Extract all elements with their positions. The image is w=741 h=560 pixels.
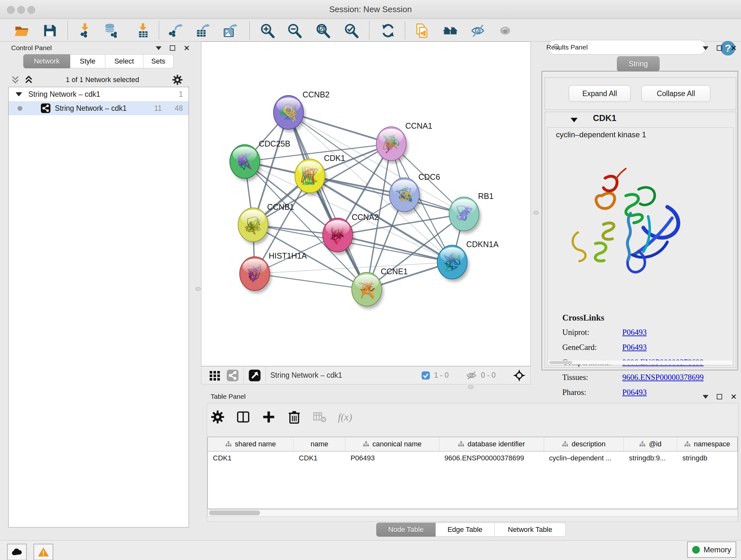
table-panel-close-icon[interactable]: ✕ — [731, 394, 737, 399]
table-cell[interactable]: CDK1 — [293, 451, 345, 465]
delete-column-trash-icon[interactable] — [287, 410, 301, 424]
control-panel-maximize-icon[interactable] — [170, 45, 175, 51]
column-tree-icon — [684, 441, 690, 447]
import-table-icon[interactable] — [135, 22, 151, 39]
tab-sets[interactable]: Sets — [143, 54, 174, 68]
main-toolbar: ? — [0, 19, 741, 42]
edge-CDK1-RB1[interactable] — [310, 176, 464, 214]
table-panel-float-icon[interactable] — [703, 395, 709, 399]
scrollbar-thumb[interactable] — [209, 510, 260, 515]
node-table[interactable]: shared namenamecanonical namedatabase id… — [207, 437, 738, 509]
crosslink-link[interactable]: P06493 — [622, 343, 647, 352]
node-label-CDC6: CDC6 — [418, 172, 440, 181]
table-row[interactable]: CDK1CDK1P064939606.ENSP00000378699cyclin… — [208, 451, 738, 465]
crosslink-link[interactable]: P06493 — [622, 388, 647, 397]
add-column-icon[interactable] — [261, 410, 276, 424]
node-CCNB2[interactable]: CCNB2 — [273, 90, 330, 132]
table-options-gear-icon[interactable] — [210, 410, 225, 424]
grid-view-icon[interactable] — [208, 369, 221, 382]
toolbar-separator — [249, 21, 250, 39]
export-image-icon[interactable] — [222, 22, 239, 39]
table-panel-maximize-icon[interactable] — [717, 394, 722, 399]
right-splitter-handle[interactable] — [533, 211, 539, 214]
node-CDC6[interactable]: CDC6 — [389, 172, 440, 214]
gene-collapse-triangle-icon[interactable] — [570, 118, 578, 122]
zoom-selected-icon[interactable] — [343, 22, 360, 39]
network-options-gear-icon[interactable] — [172, 74, 183, 85]
expand-all-button[interactable]: Expand All — [569, 85, 630, 102]
refresh-icon[interactable] — [380, 22, 396, 39]
tab-edge-table[interactable]: Edge Table — [435, 523, 495, 537]
node-CDKN1A[interactable]: CDKN1A — [437, 240, 499, 282]
node-CDC25B[interactable]: CDC25B — [230, 139, 290, 181]
export-network-icon[interactable] — [167, 22, 184, 39]
column-header-namespace[interactable]: namespace — [677, 437, 738, 451]
tab-network[interactable]: Network — [23, 54, 70, 68]
houses-icon[interactable] — [442, 22, 459, 39]
network-row-label: String Network – cdk1 — [55, 104, 127, 113]
import-database-icon[interactable] — [104, 22, 120, 39]
edge-CCNA2-CDKN1A[interactable] — [338, 235, 452, 262]
collapse-triangle-icon[interactable] — [16, 92, 22, 97]
network-collection-row[interactable]: String Network – cdk1 1 — [9, 87, 189, 101]
results-panel-close-icon[interactable]: ✕ — [731, 45, 737, 51]
zoom-in-icon[interactable] — [259, 22, 276, 39]
node-RB1[interactable]: RB1 — [449, 192, 494, 234]
hidden-eye-icon[interactable] — [466, 371, 477, 380]
network-collection-label: String Network – cdk1 — [28, 90, 100, 99]
selected-checkbox-icon[interactable] — [421, 371, 430, 380]
eye-slash-icon[interactable] — [469, 22, 486, 39]
collapse-all-button[interactable]: Collapse All — [642, 85, 711, 102]
chevron-double-down-icon[interactable] — [11, 75, 20, 84]
tab-node-table[interactable]: Node Table — [376, 523, 435, 537]
results-horizontal-scrollbar[interactable] — [548, 361, 732, 365]
open-icon[interactable] — [13, 22, 30, 39]
warning-button[interactable] — [33, 544, 53, 560]
control-panel-close-icon[interactable]: ✕ — [184, 45, 190, 51]
fit-selected-crosshair-icon[interactable] — [513, 369, 526, 382]
tab-style[interactable]: Style — [70, 54, 105, 68]
table-cell[interactable]: cyclin–dependent ... — [544, 451, 624, 465]
left-splitter-handle[interactable] — [195, 287, 201, 291]
table-horizontal-scrollbar[interactable] — [207, 509, 738, 516]
column-header-database-identifier[interactable]: database identifier — [440, 437, 544, 451]
table-cell[interactable]: stringdb — [677, 451, 738, 465]
column-header-@id[interactable]: @id — [624, 437, 677, 451]
node-label-CCNB1: CCNB1 — [267, 202, 294, 211]
node-CCNA1[interactable]: CCNA1 — [376, 121, 432, 164]
clone-network-icon[interactable] — [414, 22, 430, 39]
network-canvas[interactable]: CCNB2CCNA1CDC25BCDK1CDC6RB1CCNB1CCNA2CDK… — [201, 42, 531, 366]
table-cell[interactable]: stringdb:9... — [624, 451, 677, 465]
chevron-double-up-icon[interactable] — [24, 75, 33, 84]
table-cell[interactable]: P06493 — [345, 451, 439, 465]
tab-network-table[interactable]: Network Table — [495, 523, 566, 537]
save-icon[interactable] — [42, 22, 58, 39]
crosslink-label: Uniprot: — [562, 328, 622, 337]
column-header-description[interactable]: description — [544, 437, 624, 451]
control-panel-float-icon[interactable] — [156, 46, 161, 50]
memory-button[interactable]: Memory — [687, 542, 736, 558]
results-panel-float-icon[interactable] — [703, 46, 709, 50]
cloud-button[interactable] — [7, 544, 27, 560]
column-header-shared-name[interactable]: shared name — [208, 437, 293, 451]
bottom-splitter-handle[interactable] — [468, 385, 474, 389]
edge-CCNB2-CCNE1[interactable] — [288, 112, 367, 289]
zoom-fit-icon[interactable] — [315, 22, 331, 39]
network-view-share-icon[interactable] — [226, 369, 239, 382]
birdseye-view-icon[interactable] — [248, 369, 261, 382]
tab-select[interactable]: Select — [105, 54, 143, 68]
table-cell[interactable]: CDK1 — [208, 451, 293, 465]
column-header-canonical-name[interactable]: canonical name — [345, 437, 439, 451]
node-CCNB1[interactable]: CCNB1 — [238, 202, 294, 245]
column-header-name[interactable]: name — [293, 437, 345, 451]
network-row-selected[interactable]: String Network – cdk1 11 48 — [9, 101, 189, 115]
import-network-icon[interactable] — [77, 22, 93, 39]
tab-string[interactable]: String — [617, 56, 660, 71]
zoom-out-icon[interactable] — [286, 22, 303, 39]
show-columns-icon[interactable] — [236, 410, 251, 424]
crosslink-link[interactable]: 9606.ENSP00000378699 — [622, 373, 704, 382]
results-panel-maximize-icon[interactable] — [717, 45, 722, 51]
crosslink-link[interactable]: P06493 — [622, 328, 647, 337]
export-table-icon[interactable] — [195, 22, 211, 39]
table-cell[interactable]: 9606.ENSP00000378699 — [440, 451, 544, 465]
